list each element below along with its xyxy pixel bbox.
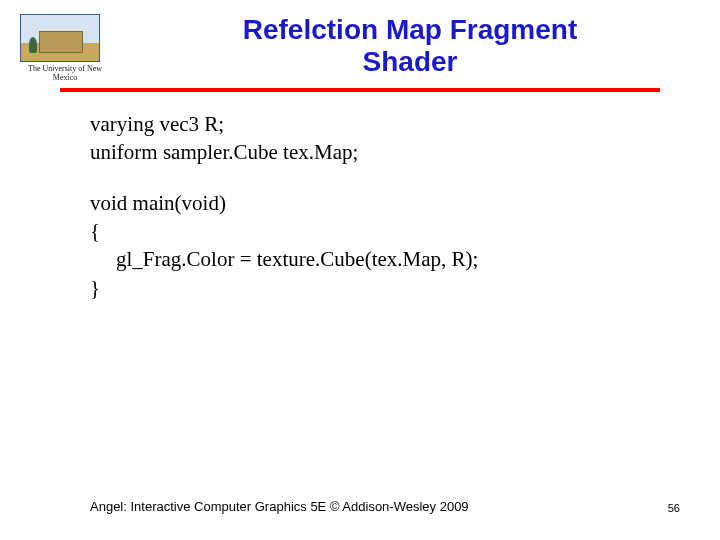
page-number: 56 (668, 502, 680, 514)
footer: Angel: Interactive Computer Graphics 5E … (0, 499, 720, 514)
code-line-brace-close: } (90, 274, 720, 302)
footer-citation: Angel: Interactive Computer Graphics 5E … (90, 499, 469, 514)
declarations-block: varying vec3 R; uniform sampler.Cube tex… (90, 110, 720, 167)
code-line-decl1: varying vec3 R; (90, 110, 720, 138)
slide-title-line2: Shader (120, 46, 700, 78)
logo-tree-shape (29, 37, 37, 53)
code-content: varying vec3 R; uniform sampler.Cube tex… (0, 92, 720, 302)
code-line-body1: gl_Frag.Color = texture.Cube(tex.Map, R)… (90, 245, 720, 273)
title-block: Refelction Map Fragment Shader (120, 10, 700, 78)
code-line-main-sig: void main(void) (90, 189, 720, 217)
slide-title-line1: Refelction Map Fragment (120, 14, 700, 46)
main-function-block: void main(void) { gl_Frag.Color = textur… (90, 189, 720, 302)
header: The University of New Mexico Refelction … (0, 0, 720, 82)
university-logo-block: The University of New Mexico (20, 14, 120, 82)
logo-building-shape (39, 31, 83, 53)
university-logo-icon (20, 14, 100, 62)
logo-caption: The University of New Mexico (20, 64, 110, 82)
code-line-brace-open: { (90, 217, 720, 245)
code-line-decl2: uniform sampler.Cube tex.Map; (90, 138, 720, 166)
